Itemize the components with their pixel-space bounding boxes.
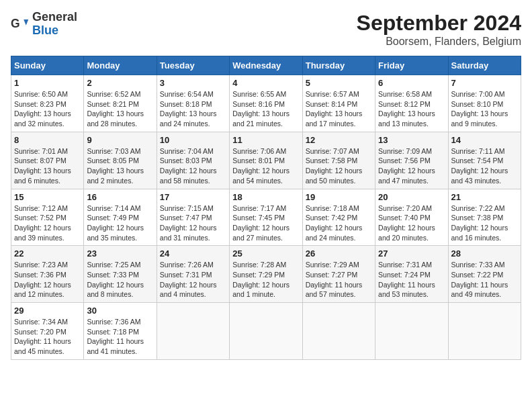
- day-cell: 15Sunrise: 7:12 AMSunset: 7:52 PMDayligh…: [11, 189, 84, 246]
- sunrise-text: Sunrise: 7:11 AM: [451, 146, 518, 156]
- day-detail: Sunrise: 7:34 AMSunset: 7:20 PMDaylight:…: [14, 317, 81, 357]
- sunset-text: Sunset: 8:21 PM: [87, 99, 153, 109]
- sunrise-text: Sunrise: 6:50 AM: [14, 89, 81, 99]
- day-number: 1: [14, 78, 81, 88]
- day-cell: 9Sunrise: 7:03 AMSunset: 8:05 PMDaylight…: [84, 132, 157, 189]
- daylight-text: Daylight: 13 hours and 6 minutes.: [14, 166, 81, 185]
- sunrise-text: Sunrise: 6:54 AM: [160, 89, 226, 99]
- day-cell: [230, 303, 302, 360]
- week-row-3: 15Sunrise: 7:12 AMSunset: 7:52 PMDayligh…: [11, 189, 521, 246]
- day-number: 29: [14, 306, 81, 316]
- col-saturday: Saturday: [448, 56, 521, 75]
- sunrise-text: Sunrise: 7:03 AM: [87, 146, 153, 156]
- day-cell: 24Sunrise: 7:26 AMSunset: 7:31 PMDayligh…: [157, 246, 229, 303]
- page-title: September 2024: [357, 11, 521, 36]
- col-sunday: Sunday: [11, 56, 84, 75]
- day-cell: 19Sunrise: 7:18 AMSunset: 7:42 PMDayligh…: [302, 189, 375, 246]
- daylight-text: Daylight: 12 hours and 1 minute.: [232, 280, 299, 300]
- col-monday: Monday: [84, 56, 157, 75]
- header-row: Sunday Monday Tuesday Wednesday Thursday…: [11, 56, 521, 75]
- day-number: 12: [306, 135, 372, 145]
- day-detail: Sunrise: 6:55 AMSunset: 8:16 PMDaylight:…: [232, 89, 299, 129]
- day-detail: Sunrise: 7:36 AMSunset: 7:18 PMDaylight:…: [87, 317, 153, 357]
- week-row-2: 8Sunrise: 7:01 AMSunset: 8:07 PMDaylight…: [11, 132, 521, 189]
- sunrise-text: Sunrise: 7:00 AM: [451, 89, 518, 99]
- logo: G General Blue: [11, 11, 77, 38]
- sunrise-text: Sunrise: 7:14 AM: [87, 203, 153, 214]
- day-number: 23: [87, 248, 153, 259]
- day-detail: Sunrise: 7:23 AMSunset: 7:36 PMDaylight:…: [14, 260, 81, 300]
- day-cell: 28Sunrise: 7:33 AMSunset: 7:22 PMDayligh…: [448, 246, 521, 303]
- day-number: 3: [160, 78, 226, 88]
- sunrise-text: Sunrise: 7:04 AM: [160, 146, 226, 156]
- day-number: 6: [378, 78, 445, 88]
- daylight-text: Daylight: 12 hours and 43 minutes.: [451, 166, 518, 185]
- day-number: 22: [14, 248, 81, 259]
- sunrise-text: Sunrise: 7:09 AM: [378, 146, 445, 156]
- sunrise-text: Sunrise: 7:20 AM: [378, 203, 445, 214]
- day-number: 30: [87, 306, 153, 316]
- day-detail: Sunrise: 7:18 AMSunset: 7:42 PMDaylight:…: [306, 203, 372, 243]
- logo-blue-text: Blue: [32, 24, 58, 37]
- week-row-1: 1Sunrise: 6:50 AMSunset: 8:23 PMDaylight…: [11, 75, 521, 132]
- day-detail: Sunrise: 7:25 AMSunset: 7:33 PMDaylight:…: [87, 260, 153, 300]
- day-cell: [302, 303, 375, 360]
- svg-text:G: G: [11, 17, 20, 30]
- daylight-text: Daylight: 12 hours and 31 minutes.: [160, 223, 226, 242]
- day-number: 4: [232, 78, 299, 88]
- day-cell: 10Sunrise: 7:04 AMSunset: 8:03 PMDayligh…: [157, 132, 229, 189]
- sunrise-text: Sunrise: 7:01 AM: [14, 146, 81, 156]
- sunrise-text: Sunrise: 6:55 AM: [232, 89, 299, 99]
- day-cell: 16Sunrise: 7:14 AMSunset: 7:49 PMDayligh…: [84, 189, 157, 246]
- svg-marker-1: [24, 19, 28, 26]
- daylight-text: Daylight: 13 hours and 17 minutes.: [306, 109, 372, 128]
- day-number: 2: [87, 78, 153, 88]
- col-thursday: Thursday: [302, 56, 375, 75]
- day-cell: 1Sunrise: 6:50 AMSunset: 8:23 PMDaylight…: [11, 75, 84, 132]
- day-number: 24: [160, 248, 226, 259]
- sunset-text: Sunset: 7:58 PM: [306, 156, 372, 166]
- daylight-text: Daylight: 11 hours and 41 minutes.: [87, 336, 153, 356]
- sunset-text: Sunset: 8:14 PM: [306, 99, 372, 109]
- day-cell: 14Sunrise: 7:11 AMSunset: 7:54 PMDayligh…: [448, 132, 521, 189]
- day-detail: Sunrise: 7:00 AMSunset: 8:10 PMDaylight:…: [451, 89, 518, 129]
- day-detail: Sunrise: 7:22 AMSunset: 7:38 PMDaylight:…: [451, 203, 518, 243]
- daylight-text: Daylight: 12 hours and 27 minutes.: [232, 223, 299, 242]
- day-detail: Sunrise: 7:11 AMSunset: 7:54 PMDaylight:…: [451, 146, 518, 186]
- daylight-text: Daylight: 11 hours and 49 minutes.: [451, 280, 518, 300]
- sunset-text: Sunset: 7:33 PM: [87, 270, 153, 280]
- day-cell: 4Sunrise: 6:55 AMSunset: 8:16 PMDaylight…: [230, 75, 302, 132]
- day-cell: 2Sunrise: 6:52 AMSunset: 8:21 PMDaylight…: [84, 75, 157, 132]
- sunrise-text: Sunrise: 7:18 AM: [306, 203, 372, 214]
- day-number: 25: [232, 248, 299, 259]
- day-number: 13: [378, 135, 445, 145]
- sunset-text: Sunset: 7:20 PM: [14, 327, 81, 337]
- day-detail: Sunrise: 7:29 AMSunset: 7:27 PMDaylight:…: [306, 260, 372, 300]
- daylight-text: Daylight: 13 hours and 21 minutes.: [232, 109, 299, 128]
- sunrise-text: Sunrise: 7:31 AM: [378, 260, 445, 270]
- daylight-text: Daylight: 13 hours and 2 minutes.: [87, 166, 153, 185]
- calendar-table: Sunday Monday Tuesday Wednesday Thursday…: [11, 56, 521, 360]
- day-detail: Sunrise: 7:09 AMSunset: 7:56 PMDaylight:…: [378, 146, 445, 186]
- day-number: 14: [451, 135, 518, 145]
- sunrise-text: Sunrise: 7:28 AM: [232, 260, 299, 270]
- day-detail: Sunrise: 7:03 AMSunset: 8:05 PMDaylight:…: [87, 146, 153, 186]
- day-cell: [157, 303, 229, 360]
- day-number: 9: [87, 135, 153, 145]
- day-number: 5: [306, 78, 372, 88]
- day-detail: Sunrise: 7:15 AMSunset: 7:47 PMDaylight:…: [160, 203, 226, 243]
- daylight-text: Daylight: 11 hours and 45 minutes.: [14, 336, 81, 356]
- daylight-text: Daylight: 13 hours and 13 minutes.: [378, 109, 445, 128]
- daylight-text: Daylight: 12 hours and 39 minutes.: [14, 223, 81, 242]
- sunset-text: Sunset: 8:01 PM: [232, 156, 299, 166]
- day-number: 16: [87, 192, 153, 202]
- col-wednesday: Wednesday: [230, 56, 302, 75]
- sunrise-text: Sunrise: 6:58 AM: [378, 89, 445, 99]
- sunset-text: Sunset: 7:18 PM: [87, 327, 153, 337]
- day-cell: [448, 303, 521, 360]
- day-cell: 21Sunrise: 7:22 AMSunset: 7:38 PMDayligh…: [448, 189, 521, 246]
- day-number: 10: [160, 135, 226, 145]
- sunset-text: Sunset: 8:03 PM: [160, 156, 226, 166]
- sunrise-text: Sunrise: 7:33 AM: [451, 260, 518, 270]
- sunset-text: Sunset: 7:54 PM: [451, 156, 518, 166]
